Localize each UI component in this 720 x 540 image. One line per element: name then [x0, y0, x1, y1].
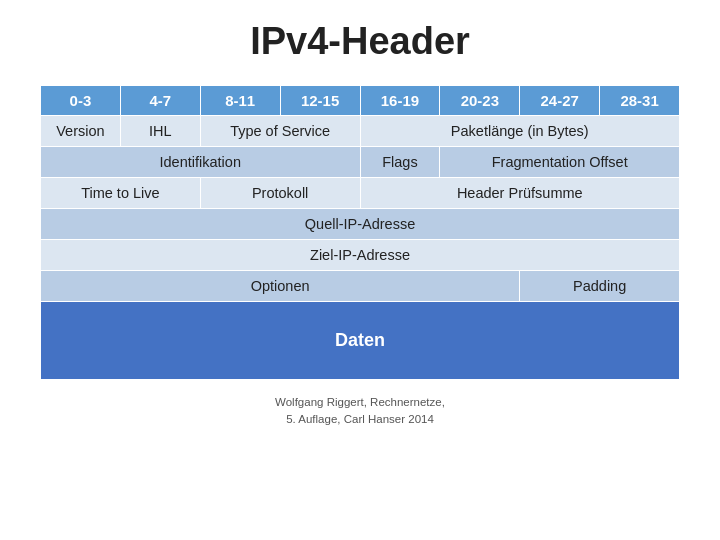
table-cell: Quell-IP-Adresse	[41, 209, 680, 240]
table-cell: Ziel-IP-Adresse	[41, 240, 680, 271]
daten-cell: Daten	[41, 302, 680, 380]
table-cell: Identifikation	[41, 147, 361, 178]
header-col: 28-31	[600, 86, 680, 116]
header-row: 0-34-78-1112-1516-1920-2324-2728-31	[41, 86, 680, 116]
table-cell: Padding	[520, 271, 680, 302]
table-row: VersionIHLType of ServicePaketlänge (in …	[41, 116, 680, 147]
header-col: 4-7	[120, 86, 200, 116]
header-col: 12-15	[280, 86, 360, 116]
daten-row: Daten	[41, 302, 680, 380]
table-row: Quell-IP-Adresse	[41, 209, 680, 240]
header-col: 24-27	[520, 86, 600, 116]
table-cell: IHL	[120, 116, 200, 147]
ipv4-table: 0-34-78-1112-1516-1920-2324-2728-31 Vers…	[40, 85, 680, 380]
header-col: 16-19	[360, 86, 440, 116]
table-cell: Fragmentation Offset	[440, 147, 680, 178]
table-cell: Flags	[360, 147, 440, 178]
footer: Wolfgang Riggert, Rechnernetze, 5. Aufla…	[275, 394, 445, 429]
table-row: OptionenPadding	[41, 271, 680, 302]
table-cell: Time to Live	[41, 178, 201, 209]
header-col: 8-11	[200, 86, 280, 116]
table-cell: Type of Service	[200, 116, 360, 147]
header-col: 0-3	[41, 86, 121, 116]
table-cell: Version	[41, 116, 121, 147]
header-col: 20-23	[440, 86, 520, 116]
table-row: Ziel-IP-Adresse	[41, 240, 680, 271]
table-cell: Optionen	[41, 271, 520, 302]
page-title: IPv4-Header	[250, 20, 470, 63]
table-row: Time to LiveProtokollHeader Prüfsumme	[41, 178, 680, 209]
table-row: IdentifikationFlagsFragmentation Offset	[41, 147, 680, 178]
table-cell: Paketlänge (in Bytes)	[360, 116, 680, 147]
table-cell: Header Prüfsumme	[360, 178, 680, 209]
table-cell: Protokoll	[200, 178, 360, 209]
